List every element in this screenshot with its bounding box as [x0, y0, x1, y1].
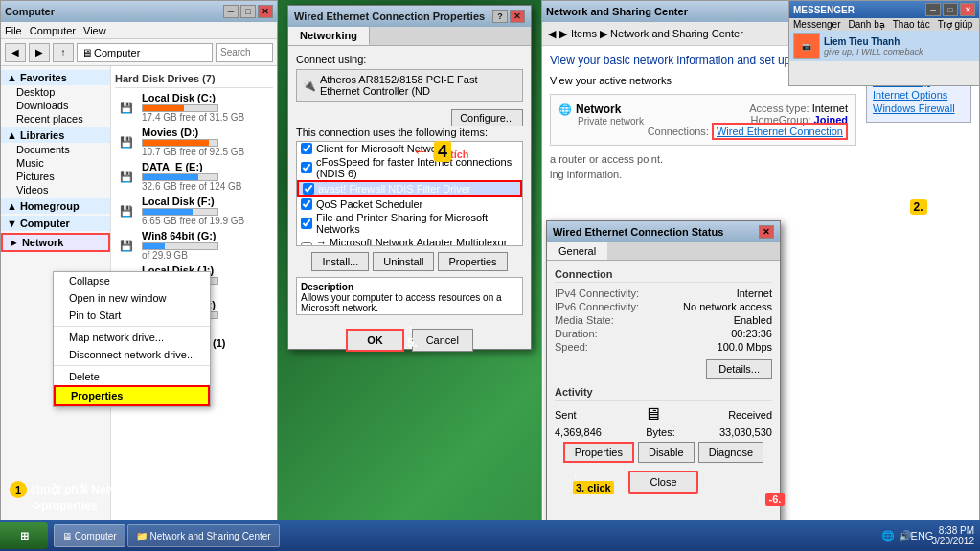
ctx-map-drive[interactable]: Map network drive...: [54, 329, 210, 346]
favorites-header[interactable]: ▲ Favorites: [1, 70, 110, 85]
ipv4-row: IPv4 Connectivity: Internet: [555, 287, 772, 300]
drive-c[interactable]: 💾 Local Disk (C:) 17.4 GB free of 31.5 G…: [115, 90, 273, 125]
sidebar-item-documents[interactable]: Documents: [1, 143, 110, 156]
list-item-5-checkbox[interactable]: [301, 242, 312, 246]
menu-view[interactable]: View: [83, 25, 106, 36]
install-button[interactable]: Install...: [311, 252, 369, 271]
drive-d-name: Movies (D:): [142, 126, 273, 138]
msn-win-controls: ─ □ ✕: [925, 3, 975, 16]
libraries-label: Libraries: [20, 129, 64, 141]
minimize-button[interactable]: ─: [223, 5, 239, 18]
maximize-button[interactable]: □: [240, 5, 256, 18]
drive-e-name: DATA_E (E:): [142, 161, 273, 172]
sidebar-item-pictures[interactable]: Pictures: [1, 170, 110, 183]
list-item-4-checkbox[interactable]: [301, 218, 312, 229]
access-type-value: Internet: [812, 103, 848, 114]
uninstall-button[interactable]: Uninstall: [373, 252, 434, 271]
props-close-button[interactable]: ✕: [510, 10, 525, 23]
access-type-label: Access type:: [749, 103, 809, 114]
list-item-3: QoS Packet Scheduler: [297, 197, 522, 211]
menu-computer[interactable]: Computer: [30, 25, 76, 36]
msn-user-info: 📷 Liem Tieu Thanh give up, I WILL comeba…: [789, 31, 979, 61]
items-list: Client for Microsoft Networks cFosSpeed …: [296, 141, 523, 246]
properties-dialog: Wired Ethernet Connection Properties ? ✕…: [287, 5, 532, 350]
ctx-delete[interactable]: Delete: [54, 368, 210, 385]
drive-g[interactable]: 💾 Win8 64bit (G:) of 29.9 GB: [115, 228, 273, 263]
up-button[interactable]: ↑: [53, 43, 74, 62]
ctx-properties[interactable]: Properties: [54, 385, 210, 406]
connections-value[interactable]: Wired Ethernet Connection: [712, 123, 848, 140]
drive-d[interactable]: 💾 Movies (D:) 10.7 GB free of 92.5 GB: [115, 125, 273, 159]
start-button[interactable]: ⊞: [0, 522, 48, 549]
list-item-3-checkbox[interactable]: [301, 198, 312, 210]
tab-general[interactable]: General: [547, 242, 607, 260]
homegroup-header[interactable]: ▲ Homegroup: [1, 198, 110, 214]
ctx-collapse[interactable]: Collapse: [54, 272, 210, 289]
ok-button[interactable]: OK: [346, 329, 404, 352]
sidebar-item-recent[interactable]: Recent places: [1, 112, 110, 126]
drive-e[interactable]: 💾 DATA_E (E:) 32.6 GB free of 124 GB: [115, 159, 273, 194]
msn-close[interactable]: ✕: [960, 3, 975, 16]
msn-maximize[interactable]: □: [943, 3, 958, 16]
sidebar-item-videos[interactable]: Videos: [1, 183, 110, 196]
activity-section: Activity Sent 🖥 Received 4,369,846 Bytes…: [555, 386, 772, 438]
list-item-4-label: File and Printer Sharing for Microsoft N…: [316, 212, 518, 235]
msn-menu-trogiup[interactable]: Trợ giúp: [938, 19, 973, 30]
network-activity-icon: 🖥: [644, 404, 661, 425]
see-also-firewall[interactable]: Windows Firewall: [873, 103, 965, 114]
msn-minimize[interactable]: ─: [925, 3, 941, 16]
nsc-nav-forward[interactable]: ▶: [559, 28, 567, 40]
network-header[interactable]: ► Network: [1, 233, 110, 252]
status-close-button[interactable]: Close: [628, 471, 697, 494]
search-input[interactable]: [216, 43, 273, 62]
menu-file[interactable]: File: [5, 25, 22, 36]
configure-button[interactable]: Configure...: [451, 109, 523, 126]
msn-avatar: 📷: [793, 33, 820, 59]
details-button[interactable]: Details...: [706, 359, 772, 379]
see-also-internet[interactable]: Internet Options: [873, 89, 965, 101]
status-properties-button[interactable]: Properties: [563, 442, 634, 463]
network-info: 🌐 Network Private network: [558, 103, 644, 126]
properties-button[interactable]: Properties: [438, 252, 507, 271]
back-button[interactable]: ◀: [5, 43, 26, 62]
sidebar-item-desktop[interactable]: Desktop: [1, 85, 110, 99]
props-help-button[interactable]: ?: [492, 10, 508, 23]
drive-g-size: of 29.9 GB: [142, 250, 273, 261]
address-bar[interactable]: 🖥 Computer: [77, 43, 213, 62]
adapter-text: Atheros AR8152/8158 PCI-E Fast Ethernet …: [320, 74, 516, 97]
taskbar-explorer[interactable]: 🖥 Computer: [54, 524, 125, 547]
tray-time: 8:38 PM 3/20/2012: [932, 525, 975, 546]
ctx-open-new[interactable]: Open in new window: [54, 289, 210, 307]
diagnose-button[interactable]: Diagnose: [698, 442, 763, 463]
list-item-1-checkbox[interactable]: [301, 162, 312, 173]
msn-title-text: MESSENGER: [793, 5, 855, 15]
sidebar-item-downloads[interactable]: Downloads: [1, 99, 110, 112]
sidebar-item-music[interactable]: Music: [1, 156, 110, 170]
ctx-disconnect[interactable]: Disconnect network drive...: [54, 346, 210, 363]
cancel-button[interactable]: Cancel: [412, 329, 473, 352]
msn-user-name: Liem Tieu Thanh: [824, 36, 923, 47]
bytes-received: 33,030,530: [719, 426, 772, 438]
msn-menu-thaotac[interactable]: Thao tác: [893, 19, 930, 30]
close-button[interactable]: ✕: [258, 5, 273, 18]
msn-menu-messenger[interactable]: Messenger: [793, 19, 840, 30]
disable-button[interactable]: Disable: [638, 442, 695, 463]
tab-networking[interactable]: Networking: [288, 27, 370, 45]
computer-header[interactable]: ▼ Computer: [1, 216, 110, 231]
drive-f[interactable]: 💾 Local Disk (F:) 6.65 GB free of 19.9 G…: [115, 194, 273, 228]
tray-lang-label[interactable]: ENG: [911, 530, 934, 541]
ctx-pin-start[interactable]: Pin to Start: [54, 307, 210, 324]
libraries-header[interactable]: ▲ Libraries: [1, 127, 110, 143]
forward-button[interactable]: ▶: [29, 43, 50, 62]
tray-date-value: 3/20/2012: [932, 536, 975, 546]
msn-menu-danhba[interactable]: Danh bạ: [848, 19, 884, 30]
network-type: Private network: [578, 116, 644, 126]
list-item-0-checkbox[interactable]: [301, 143, 312, 154]
status-titlebar: Wired Ethernet Connection Status ✕: [547, 221, 780, 242]
taskbar-nsc[interactable]: 📁 Network and Sharing Center: [127, 524, 280, 547]
taskbar-tray: 🌐 🔊 ENG 8:38 PM 3/20/2012: [875, 525, 981, 546]
media-row: Media State: Enabled: [555, 313, 772, 327]
list-item-avast-checkbox[interactable]: [303, 183, 314, 195]
nsc-nav-back[interactable]: ◀: [548, 28, 556, 40]
status-close-x-button[interactable]: ✕: [759, 225, 774, 239]
